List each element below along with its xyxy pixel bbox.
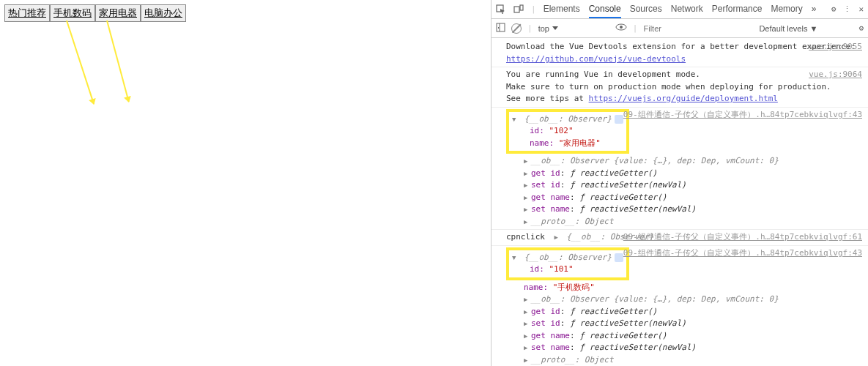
devtools-tabs: Elements Console Sources Network Perform…	[544, 1, 817, 18]
chevron-down-icon	[552, 26, 558, 33]
prop-value: "手机数码"	[553, 283, 595, 292]
log-url[interactable]: https://vuejs.org/guide/deployment.html	[589, 94, 778, 103]
device-toggle-icon[interactable]	[513, 4, 524, 15]
expand-toggle-icon[interactable]	[554, 231, 562, 244]
info-icon[interactable]	[615, 253, 623, 262]
devtools-panel: | Elements Console Sources Network Perfo…	[491, 0, 868, 366]
object-preview: {__ob__: Observer}	[524, 253, 612, 262]
app-viewport: 热门推荐 手机数码 家用电器 电脑办公	[0, 0, 491, 366]
divider: |	[531, 4, 536, 14]
expand-toggle-icon[interactable]	[524, 168, 531, 180]
annotation-arrow	[66, 20, 94, 105]
svg-rect-3	[497, 23, 505, 31]
devtools-toolbar: | Elements Console Sources Network Perfo…	[492, 0, 868, 19]
divider: |	[633, 23, 638, 33]
kebab-icon[interactable]: ⋮	[843, 4, 851, 14]
prop-key: id:	[530, 126, 544, 135]
expand-toggle-icon[interactable]	[524, 354, 531, 367]
divider: |	[527, 23, 533, 33]
expand-toggle-icon[interactable]	[524, 216, 531, 228]
prop-value: "101"	[549, 264, 574, 274]
tab-appliance[interactable]: 家用电器	[95, 4, 141, 22]
prop-key: name:	[524, 283, 548, 292]
prop-key: id:	[530, 264, 544, 274]
prop-value: "102"	[549, 126, 574, 135]
prop-value: "家用电器"	[559, 138, 601, 148]
log-levels-dropdown[interactable]: Default levels ▼	[759, 24, 817, 33]
tab-computer[interactable]: 电脑办公	[141, 4, 186, 22]
prop-line: __proto__: Object	[531, 217, 614, 226]
sidebar-toggle-icon[interactable]	[496, 23, 505, 34]
svg-point-6	[620, 26, 623, 29]
close-icon[interactable]: ✕	[858, 4, 864, 14]
tab-elements[interactable]: Elements	[544, 1, 580, 18]
expand-toggle-icon[interactable]	[524, 179, 531, 192]
log-text: Make sure to turn on production mode whe…	[506, 81, 864, 94]
expand-toggle-icon[interactable]	[512, 113, 519, 126]
svg-rect-2	[520, 5, 523, 10]
console-object[interactable]: 09-组件通信-子传父（自定义事件）.h…84tp7cebkviqlvgf:43…	[492, 107, 868, 230]
tab-memory[interactable]: Memory	[771, 1, 802, 18]
annotation-highlight: {__ob__: Observer} id: "102" name: "家用电器…	[506, 109, 629, 154]
log-text: cpnclick	[506, 232, 545, 242]
tab-network[interactable]: Network	[671, 1, 703, 18]
source-link[interactable]: 09-组件通信-子传父（自定义事件）.h…84tp7cebkviqlvgf:43	[623, 247, 862, 260]
expand-toggle-icon[interactable]	[524, 192, 531, 204]
tab-more[interactable]: »	[812, 1, 817, 18]
context-label: top	[538, 24, 549, 33]
source-link[interactable]: vue.js:9055	[809, 41, 862, 53]
console-object[interactable]: 09-组件通信-子传父（自定义事件）.h…84tp7cebkviqlvgf:43…	[492, 245, 868, 367]
console-message[interactable]: 09-组件通信-子传父（自定义事件）.h…84tp7cebkviqlvgf:61…	[492, 229, 868, 245]
info-icon[interactable]	[615, 115, 623, 124]
expand-toggle-icon[interactable]	[524, 318, 531, 330]
console-settings-icon[interactable]: ⚙	[858, 23, 864, 33]
svg-rect-1	[514, 7, 519, 12]
prop-line: __proto__: Object	[531, 355, 614, 365]
live-expression-icon[interactable]	[615, 23, 627, 33]
expand-toggle-icon[interactable]	[524, 342, 531, 354]
filter-input[interactable]	[643, 24, 702, 33]
tab-hot[interactable]: 热门推荐	[4, 4, 50, 22]
expand-toggle-icon[interactable]	[524, 203, 531, 216]
expand-toggle-icon[interactable]	[524, 330, 531, 343]
prop-key: name:	[530, 138, 554, 148]
prop-line: __ob__: Observer {value: {…}, dep: Dep, …	[531, 156, 779, 165]
source-link[interactable]: 09-组件通信-子传父（自定义事件）.h…84tp7cebkviqlvgf:61	[623, 231, 862, 244]
expand-toggle-icon[interactable]	[524, 155, 531, 168]
console-message[interactable]: vue.js:9064 You are running Vue in devel…	[492, 67, 868, 107]
category-tabs: 热门推荐 手机数码 家用电器 电脑办公	[4, 4, 486, 22]
annotation-highlight: {__ob__: Observer} id: "101"	[506, 247, 629, 280]
inspect-icon[interactable]	[496, 4, 506, 15]
tab-performance[interactable]: Performance	[712, 1, 763, 18]
log-url[interactable]: https://github.com/vuejs/vue-devtools	[506, 54, 686, 64]
tab-phone[interactable]: 手机数码	[50, 4, 95, 22]
expand-toggle-icon[interactable]	[524, 294, 531, 306]
annotation-arrow	[106, 20, 130, 102]
context-selector[interactable]: top	[538, 24, 558, 33]
console-output: vue.js:9055 Download the Vue Devtools ex…	[492, 38, 868, 366]
tab-sources[interactable]: Sources	[630, 1, 662, 18]
console-message[interactable]: vue.js:9055 Download the Vue Devtools ex…	[492, 40, 868, 67]
tab-console[interactable]: Console	[589, 1, 621, 18]
expand-toggle-icon[interactable]	[512, 252, 519, 264]
source-link[interactable]: 09-组件通信-子传父（自定义事件）.h…84tp7cebkviqlvgf:43	[623, 109, 862, 122]
prop-line: __ob__: Observer {value: {…}, dep: Dep, …	[531, 294, 779, 304]
console-toolbar: | top | Default levels ▼ ⚙	[492, 19, 868, 38]
object-preview: {__ob__: Observer}	[524, 114, 612, 124]
gear-icon[interactable]: ⚙	[831, 4, 837, 14]
clear-console-icon[interactable]	[511, 23, 522, 34]
source-link[interactable]: vue.js:9064	[809, 69, 862, 81]
expand-toggle-icon[interactable]	[524, 306, 531, 318]
log-text: See more tips at	[506, 94, 589, 103]
